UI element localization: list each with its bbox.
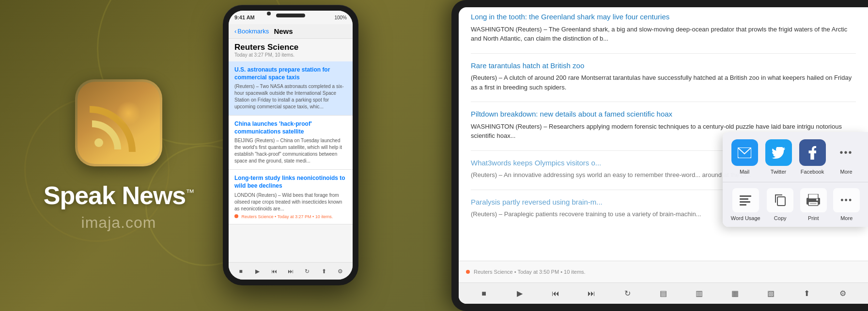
nav-title: News — [274, 27, 293, 35]
share-item-mail[interactable]: Mail — [731, 139, 758, 175]
svg-rect-7 — [808, 194, 818, 199]
article-title: Rare tarantulas hatch at British zoo — [471, 61, 856, 71]
source-dot — [466, 270, 470, 274]
stop-button[interactable]: ■ — [477, 287, 491, 300]
next-button[interactable]: ⏭ — [286, 267, 295, 276]
prev-button[interactable]: ⏮ — [549, 287, 562, 300]
repeat-button[interactable]: ↻ — [302, 267, 312, 276]
tablet-shell: Long in the tooth: the Greenland shark m… — [451, 0, 868, 311]
svg-rect-1 — [740, 195, 751, 197]
word-usage-icon — [732, 188, 759, 212]
tablet-content: Long in the tooth: the Greenland shark m… — [459, 7, 868, 261]
brand-name: Speak News™ — [44, 181, 194, 210]
status-source: Reuters Science • Today at 3:50 PM • 10 … — [466, 269, 586, 275]
share-button[interactable]: ⬆ — [800, 287, 814, 300]
prev-button[interactable]: ⏮ — [269, 267, 279, 276]
article-title: China launches 'hack-proof' communicatio… — [234, 120, 347, 135]
article-title: U.S. astronauts prepare station for comm… — [234, 66, 347, 81]
share-row-1: Mail Twitter — [723, 132, 868, 182]
article-body: WASHINGTON (Reuters) – The Greenland sha… — [471, 25, 856, 44]
share-item-print[interactable]: Print — [800, 188, 827, 221]
article-item[interactable]: Long-term study links neonicotinoids to … — [229, 170, 353, 224]
layout1-button[interactable]: ▤ — [656, 287, 670, 300]
feed-title: Reuters Science — [234, 43, 347, 52]
twitter-icon — [765, 139, 792, 166]
share-item-word-usage[interactable]: Word Usage — [731, 188, 760, 221]
rss-glow — [116, 101, 140, 125]
share-button[interactable]: ⬆ — [319, 267, 329, 276]
word-usage-label: Word Usage — [731, 215, 760, 221]
copy-icon — [767, 188, 793, 212]
phone-status-right: 100% — [334, 15, 347, 20]
news-article[interactable]: Long in the tooth: the Greenland shark m… — [471, 12, 856, 44]
article-title: Long in the tooth: the Greenland shark m… — [471, 12, 856, 22]
svg-rect-5 — [777, 197, 785, 206]
phone-screen: 9:41 AM 100% ‹ Bookmarks News Reuters Sc… — [229, 11, 353, 280]
layout3-button[interactable]: ▦ — [728, 287, 742, 300]
share-item-twitter[interactable]: Twitter — [765, 139, 792, 175]
share-item-more[interactable]: ••• More — [833, 139, 860, 175]
play-button[interactable]: ▶ — [252, 267, 262, 276]
feed-subtitle: Today at 3:27 PM, 10 items. — [234, 52, 347, 58]
facebook-label: Facebook — [801, 169, 824, 175]
article-title: Piltdown breakdown: new details about a … — [471, 109, 856, 119]
phone-time: 9:41 AM — [234, 15, 255, 20]
phone-shell: 9:41 AM 100% ‹ Bookmarks News Reuters Sc… — [223, 5, 358, 285]
play-button[interactable]: ▶ — [513, 287, 527, 300]
layout4-button[interactable]: ▧ — [764, 287, 778, 300]
article-body: (Reuters) – A clutch of around 200 rare … — [471, 73, 856, 92]
stop-button[interactable]: ■ — [236, 267, 246, 276]
svg-rect-3 — [740, 201, 750, 203]
print-icon — [800, 188, 827, 212]
news-article[interactable]: Rare tarantulas hatch at British zoo (Re… — [471, 61, 856, 92]
layout2-button[interactable]: ▥ — [693, 287, 706, 300]
more-label: More — [840, 169, 852, 175]
article-item[interactable]: China launches 'hack-proof' communicatio… — [229, 116, 353, 170]
article-body: LONDON (Reuters) – Wild bees that forage… — [234, 192, 347, 212]
rss-icon — [92, 96, 145, 149]
article-body: (Reuters) – Two NASA astronauts complete… — [234, 83, 347, 110]
tablet-status-bar: Reuters Science • Today at 3:50 PM • 10 … — [459, 261, 868, 282]
tablet-screen: Long in the tooth: the Greenland shark m… — [459, 7, 868, 304]
phone-battery: 100% — [334, 15, 347, 20]
source-dot — [234, 214, 238, 218]
print-label: Print — [808, 215, 819, 221]
tablet-toolbar: ■ ▶ ⏮ ⏭ ↻ ▤ ▥ ▦ ▧ ⬆ ⚙ — [459, 282, 868, 304]
svg-rect-4 — [740, 204, 746, 206]
settings-button[interactable]: ⚙ — [836, 287, 850, 300]
next-button[interactable]: ⏭ — [585, 287, 598, 300]
brand-section: Speak News™ imaja.com — [0, 0, 237, 311]
twitter-label: Twitter — [771, 169, 786, 175]
back-button[interactable]: ‹ Bookmarks — [234, 28, 269, 35]
phone-nav-bar: ‹ Bookmarks News — [229, 24, 353, 39]
more2-label: More — [840, 215, 852, 221]
article-meta: Reuters Science • Today at 3:27 PM • 10 … — [234, 214, 347, 219]
article-body: BEIJING (Reuters) – China on Tuesday lau… — [234, 137, 347, 164]
facebook-icon — [799, 139, 826, 166]
app-icon — [75, 79, 162, 166]
feed-header: Reuters Science Today at 3:27 PM, 10 ite… — [229, 39, 353, 61]
more-icon: ••• — [833, 139, 860, 166]
tablet-status-text: Reuters Science • Today at 3:50 PM • 10 … — [474, 269, 586, 275]
mail-label: Mail — [740, 169, 749, 175]
share-row-2: Word Usage Copy — [723, 182, 868, 227]
brand-url: imaja.com — [81, 214, 156, 232]
phone-camera — [267, 12, 271, 15]
article-title: Long-term study links neonicotinoids to … — [234, 175, 347, 190]
share-item-copy[interactable]: Copy — [767, 188, 793, 221]
svg-rect-9 — [810, 203, 817, 204]
repeat-button[interactable]: ↻ — [620, 287, 634, 300]
phone-speaker — [276, 14, 305, 17]
tablet-mockup: Long in the tooth: the Greenland shark m… — [451, 0, 868, 311]
settings-button[interactable]: ⚙ — [336, 267, 345, 276]
svg-rect-2 — [740, 198, 748, 200]
share-item-facebook[interactable]: Facebook — [799, 139, 826, 175]
article-item[interactable]: U.S. astronauts prepare station for comm… — [229, 61, 353, 116]
article-divider — [471, 102, 856, 102]
phone-toolbar: ■ ▶ ⏮ ⏭ ↻ ⬆ ⚙ — [229, 262, 353, 280]
copy-label: Copy — [774, 215, 787, 221]
article-divider — [471, 53, 856, 54]
share-item-more2[interactable]: ••• More — [833, 188, 860, 221]
phone-status-bar: 9:41 AM 100% — [229, 11, 353, 24]
share-sheet: Mail Twitter — [723, 132, 868, 227]
